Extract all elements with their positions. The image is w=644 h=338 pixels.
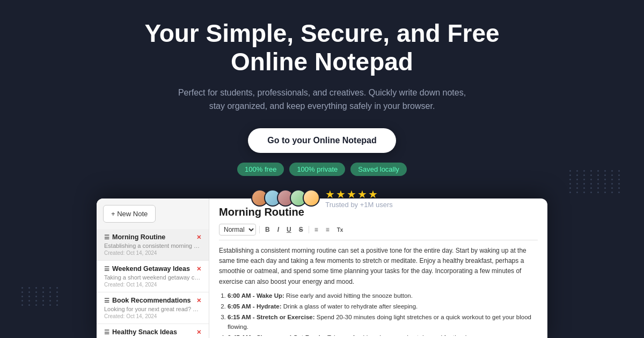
delete-icon[interactable]: ✕ [196, 234, 201, 241]
avatar [303, 189, 320, 207]
routine-list: 6:00 AM - Wake Up: Rise early and avoid … [219, 291, 538, 336]
toolbar-divider [259, 226, 260, 233]
rating-stars: ★★★★★ Trusted by +1M users [325, 188, 393, 209]
notes-sidebar: + New Note ☰ Morning Routine ✕ Establish… [97, 199, 209, 338]
clear-format-button[interactable]: Tx [335, 226, 346, 234]
note-list-icon: ☰ [104, 329, 109, 336]
cta-button[interactable]: Go to your Online Notepad [248, 128, 396, 153]
toolbar-divider [309, 226, 309, 233]
note-editor: Morning Routine Normal B I U S ≡ ≡ Tx Es… [209, 199, 547, 338]
note-item-snacks[interactable]: ☰ Healthy Snack Ideas ✕ Snacking can be … [97, 324, 209, 338]
list-button[interactable]: ≡ [312, 225, 320, 234]
badge-saved: Saved locally [350, 163, 407, 176]
note-list-icon: ☰ [104, 266, 109, 273]
badges-row: 100% free 100% private Saved locally [237, 163, 407, 176]
editor-content[interactable]: Establishing a consistent morning routin… [219, 246, 538, 336]
italic-button[interactable]: I [275, 225, 281, 234]
routine-list-item: 6:00 AM - Wake Up: Rise early and avoid … [228, 291, 538, 300]
app-preview: + New Note ☰ Morning Routine ✕ Establish… [97, 199, 547, 338]
badge-free: 100% free [237, 163, 284, 176]
dots-pattern-left [21, 287, 61, 306]
hero-section: Your Simple, Secure, and Free Online Not… [0, 0, 644, 209]
delete-icon[interactable]: ✕ [196, 266, 201, 273]
routine-list-item: 6:05 AM - Hydrate: Drink a glass of wate… [228, 302, 538, 311]
note-item-weekend[interactable]: ☰ Weekend Getaway Ideas ✕ Taking a short… [97, 261, 209, 292]
avatar-group [251, 189, 320, 207]
routine-list-item: 6:15 AM - Stretch or Exercise: Spend 20-… [228, 313, 538, 332]
underline-button[interactable]: U [284, 225, 294, 234]
badge-private: 100% private [289, 163, 345, 176]
hero-title: Your Simple, Secure, and Free Online Not… [144, 19, 499, 76]
note-list-icon: ☰ [104, 297, 109, 304]
hero-subtitle: Perfect for students, professionals, and… [172, 86, 472, 113]
strikethrough-button[interactable]: S [297, 225, 305, 234]
note-list-icon: ☰ [104, 234, 109, 241]
editor-paragraph: Establishing a consistent morning routin… [219, 246, 538, 287]
editor-toolbar: Normal B I U S ≡ ≡ Tx [219, 224, 538, 240]
routine-list-item: 6:45 AM - Shower and Get Ready: Take a r… [228, 333, 538, 336]
note-item-books[interactable]: ☰ Book Recommendations ✕ Looking for you… [97, 292, 209, 324]
social-proof: ★★★★★ Trusted by +1M users [251, 188, 393, 209]
note-item-morning[interactable]: ☰ Morning Routine ✕ Establishing a consi… [97, 229, 209, 261]
delete-icon[interactable]: ✕ [196, 329, 201, 336]
bold-button[interactable]: B [263, 225, 272, 234]
ordered-list-button[interactable]: ≡ [324, 225, 332, 234]
format-select[interactable]: Normal [219, 224, 256, 236]
delete-icon[interactable]: ✕ [196, 297, 201, 304]
